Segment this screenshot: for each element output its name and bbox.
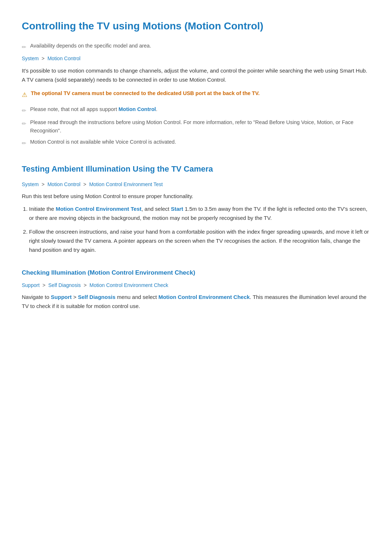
- availability-note-row: Availability depends on the specific mod…: [22, 42, 370, 52]
- note-text-2: Please read through the instructions bef…: [30, 118, 370, 135]
- note-text-1: Please note, that not all apps support M…: [30, 105, 158, 114]
- breadcrumb-system[interactable]: System: [22, 56, 39, 61]
- pencil-icon-note2: [22, 119, 26, 128]
- section3-body: Navigate to Support > Self Diagnosis men…: [22, 293, 370, 311]
- breadcrumb-motion-control-2[interactable]: Motion Control: [48, 181, 81, 187]
- availability-note-text: Availability depends on the specific mod…: [30, 42, 151, 50]
- highlight-self-diagnosis[interactable]: Self Diagnosis: [78, 294, 115, 300]
- section1-breadcrumb: System > Motion Control: [22, 54, 370, 62]
- breadcrumb-motion-control[interactable]: Motion Control: [48, 56, 81, 61]
- note-text-3: Motion Control is not available while Vo…: [30, 138, 176, 146]
- highlight-motion-control-1[interactable]: Motion Control: [118, 106, 156, 112]
- page-title: Controlling the TV using Motions (Motion…: [22, 18, 370, 34]
- warning-row: The optional TV camera must be connected…: [22, 89, 370, 100]
- section2-breadcrumb: System > Motion Control > Motion Control…: [22, 180, 370, 188]
- steps-list: Initiate the Motion Control Environment …: [29, 205, 370, 255]
- section1-body: It's possible to use motion commands to …: [22, 66, 370, 85]
- warning-text: The optional TV camera must be connected…: [31, 89, 260, 98]
- breadcrumb-motion-env-test[interactable]: Motion Control Environment Test: [89, 181, 163, 187]
- breadcrumb-self-diagnosis[interactable]: Self Diagnosis: [48, 282, 81, 288]
- step-1: Initiate the Motion Control Environment …: [29, 205, 370, 223]
- section3-breadcrumb: Support > Self Diagnosis > Motion Contro…: [22, 281, 370, 289]
- note-row-3: Motion Control is not available while Vo…: [22, 138, 370, 148]
- section3-heading: Checking Illumination (Motion Control En…: [22, 268, 370, 278]
- step-2: Follow the onscreen instructions, and ra…: [29, 227, 370, 254]
- highlight-support[interactable]: Support: [51, 294, 72, 300]
- section2-body: Run this test before using Motion Contro…: [22, 192, 370, 201]
- note-row-1: Please note, that not all apps support M…: [22, 105, 370, 115]
- warning-triangle-icon: [22, 90, 27, 100]
- pencil-icon-note1: [22, 106, 26, 115]
- highlight-mc-env-test[interactable]: Motion Control Environment Test: [56, 206, 141, 212]
- pencil-icon-availability: [22, 42, 26, 52]
- breadcrumb-mc-env-check[interactable]: Motion Control Environment Check: [89, 282, 168, 288]
- breadcrumb-system-2[interactable]: System: [22, 181, 39, 187]
- breadcrumb-support[interactable]: Support: [22, 282, 40, 288]
- highlight-start[interactable]: Start: [171, 206, 183, 212]
- section2-heading: Testing Ambient Illumination Using the T…: [22, 163, 370, 175]
- highlight-mc-env-check[interactable]: Motion Control Environment Check: [158, 294, 250, 300]
- note-row-2: Please read through the instructions bef…: [22, 118, 370, 135]
- pencil-icon-note3: [22, 139, 26, 148]
